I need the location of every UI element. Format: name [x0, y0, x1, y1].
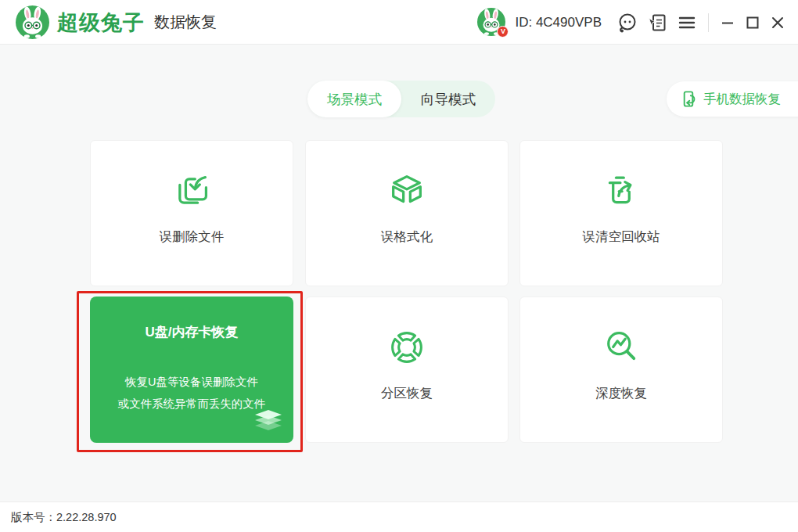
close-button[interactable]	[765, 8, 790, 38]
phone-recovery-label: 手机数据恢复	[703, 91, 781, 108]
card-formatted[interactable]: 误格式化	[305, 140, 509, 286]
support-button[interactable]	[613, 8, 642, 38]
title-bar-controls: V ID: 4C490VPB	[477, 0, 790, 45]
feedback-button[interactable]	[642, 8, 672, 38]
close-icon	[771, 16, 785, 30]
title-bar: 超级兔子 数据恢复 V ID: 4C490VPB	[0, 0, 798, 45]
minimize-button[interactable]	[715, 8, 740, 38]
app-window: 超级兔子 数据恢复 V ID: 4C490VPB	[0, 0, 798, 532]
headset-icon	[616, 12, 638, 34]
format-cube-icon	[386, 171, 427, 211]
card-deep-recovery[interactable]: 深度恢复	[519, 297, 723, 443]
card-recycle-bin[interactable]: 误清空回收站	[519, 140, 723, 286]
card-description-line2: 或文件系统异常而丢失的文件	[118, 393, 266, 415]
card-label: 深度恢复	[595, 385, 647, 402]
partition-icon	[386, 327, 427, 368]
mode-tabs: 场景模式 向导模式	[307, 81, 495, 117]
phone-data-recovery-button[interactable]: 手机数据恢复	[667, 81, 798, 117]
card-label: 误删除文件	[160, 228, 225, 246]
maximize-button[interactable]	[740, 8, 765, 38]
card-label: 误清空回收站	[583, 228, 660, 246]
card-label: 误格式化	[381, 228, 433, 246]
recycle-bin-restore-icon	[601, 171, 642, 211]
card-partition-recovery[interactable]: 分区恢复	[305, 297, 509, 443]
tab-scene-mode[interactable]: 场景模式	[307, 81, 401, 117]
footer-bar: 版本号：2.22.28.970	[0, 501, 798, 532]
version-label: 版本号：2.22.28.970	[11, 502, 117, 532]
rabbit-logo-icon	[16, 5, 49, 39]
card-label: 分区恢复	[381, 385, 433, 402]
phone-restore-icon	[679, 90, 697, 108]
feedback-icon	[646, 12, 668, 34]
user-id-label: ID: 4C490VPB	[515, 15, 602, 31]
vip-badge: V	[497, 26, 509, 38]
minimize-icon	[721, 16, 735, 30]
menu-button[interactable]	[672, 8, 702, 38]
brand-name: 超级兔子	[57, 9, 145, 37]
hamburger-menu-icon	[678, 13, 696, 32]
brand-area: 超级兔子 数据恢复	[16, 0, 217, 45]
restore-file-icon	[171, 171, 212, 211]
user-avatar[interactable]: V	[477, 8, 507, 38]
card-description-line1: 恢复U盘等设备误删除文件	[118, 371, 266, 393]
product-name: 数据恢复	[154, 12, 217, 33]
card-description: 恢复U盘等设备误删除文件 或文件系统异常而丢失的文件	[118, 371, 266, 415]
maximize-icon	[746, 16, 760, 30]
titlebar-separator	[708, 13, 709, 32]
card-usb-memory-card-recovery[interactable]: U盘/内存卡恢复 恢复U盘等设备误删除文件 或文件系统异常而丢失的文件	[90, 297, 293, 443]
tab-wizard-mode[interactable]: 向导模式	[401, 81, 495, 117]
layers-icon	[253, 410, 283, 436]
deep-scan-icon	[601, 327, 642, 368]
card-title: U盘/内存卡恢复	[146, 323, 239, 341]
card-deleted-files[interactable]: 误删除文件	[90, 140, 293, 286]
